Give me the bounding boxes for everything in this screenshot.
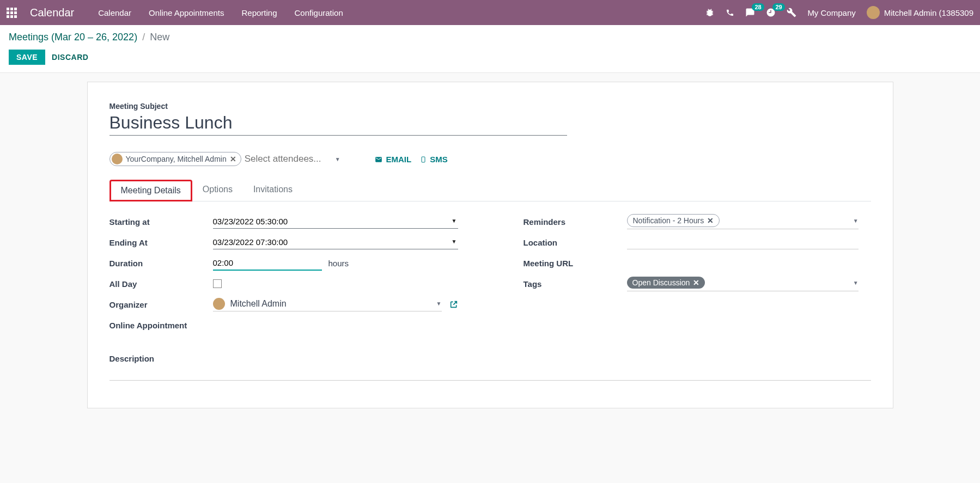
all-day-label: All Day [109, 279, 213, 289]
nav-menu-reporting[interactable]: Reporting [241, 8, 277, 17]
attendees-input[interactable]: YourCompany, Mitchell Admin ✕ ▼ [109, 152, 366, 167]
breadcrumb-parent[interactable]: Meetings (Mar 20 – 26, 2022) [9, 32, 137, 42]
starting-at-label: Starting at [109, 217, 213, 227]
breadcrumb: Meetings (Mar 20 – 26, 2022) / New [9, 32, 971, 43]
action-bar: SAVE DISCARD [9, 50, 971, 70]
breadcrumb-separator: / [142, 32, 145, 42]
avatar-icon [867, 6, 880, 19]
breadcrumb-current: New [150, 32, 169, 42]
svg-rect-0 [422, 157, 425, 162]
tools-icon[interactable] [787, 8, 796, 17]
nav-menu: Calendar Online Appointments Reporting C… [98, 8, 343, 17]
external-link-icon[interactable] [449, 300, 458, 309]
nav-menu-online-appointments[interactable]: Online Appointments [149, 8, 224, 17]
meeting-subject-label: Meeting Subject [109, 102, 871, 111]
remove-reminder-icon[interactable]: ✕ [707, 216, 714, 225]
starting-at-input[interactable] [213, 215, 458, 229]
apps-icon[interactable] [7, 8, 17, 18]
location-input[interactable] [627, 235, 859, 249]
mobile-icon [420, 155, 427, 164]
tab-options[interactable]: Options [192, 180, 243, 201]
control-panel: Meetings (Mar 20 – 26, 2022) / New SAVE … [0, 25, 980, 73]
user-name: Mitchell Admin (1385309 [884, 8, 973, 17]
messages-icon[interactable]: 28 [745, 8, 755, 17]
bug-icon[interactable] [705, 8, 715, 17]
online-appointment-label: Online Appointment [109, 321, 213, 330]
location-label: Location [524, 238, 627, 247]
duration-label: Duration [109, 259, 213, 268]
form-sheet: Meeting Subject YourCompany, Mitchell Ad… [87, 82, 893, 408]
chevron-down-icon[interactable]: ▼ [853, 280, 859, 286]
tab-invitations[interactable]: Invitations [243, 180, 303, 201]
all-day-checkbox[interactable] [213, 279, 222, 288]
organizer-label: Organizer [109, 300, 213, 309]
tab-meeting-details[interactable]: Meeting Details [109, 180, 192, 201]
chevron-down-icon[interactable]: ▼ [436, 301, 442, 307]
reminder-tag: Notification - 2 Hours ✕ [627, 214, 720, 227]
phone-icon[interactable] [726, 8, 734, 17]
discard-button[interactable]: DISCARD [52, 53, 88, 62]
user-menu[interactable]: Mitchell Admin (1385309 [867, 6, 973, 19]
app-title[interactable]: Calendar [30, 7, 74, 19]
hours-unit-label: hours [328, 259, 349, 268]
messages-badge: 28 [752, 3, 764, 11]
remove-tag-icon[interactable]: ✕ [693, 278, 699, 287]
activities-icon[interactable]: 29 [766, 8, 776, 17]
tab-bar: Meeting Details Options Invitations [109, 180, 871, 201]
tags-label: Tags [524, 279, 627, 289]
tag-chip: Open Discussion ✕ [627, 277, 705, 289]
duration-input[interactable] [213, 256, 322, 271]
organizer-value: Mitchell Admin [230, 299, 287, 309]
top-navbar: Calendar Calendar Online Appointments Re… [0, 0, 980, 25]
nav-menu-configuration[interactable]: Configuration [295, 8, 343, 17]
company-selector[interactable]: My Company [807, 8, 855, 17]
attendee-pill: YourCompany, Mitchell Admin ✕ [109, 152, 241, 166]
attendees-placeholder[interactable] [245, 154, 332, 164]
avatar-icon [213, 298, 225, 310]
description-input[interactable] [109, 368, 871, 381]
sms-button[interactable]: SMS [420, 155, 448, 164]
save-button[interactable]: SAVE [9, 50, 45, 65]
reminders-label: Reminders [524, 217, 627, 227]
chevron-down-icon[interactable]: ▼ [335, 156, 340, 162]
description-label: Description [109, 354, 871, 363]
nav-menu-calendar[interactable]: Calendar [98, 8, 131, 17]
organizer-input[interactable]: Mitchell Admin ▼ [213, 298, 442, 311]
ending-at-label: Ending At [109, 238, 213, 247]
attendee-pill-label: YourCompany, Mitchell Admin [126, 155, 227, 163]
email-button[interactable]: EMAIL [374, 155, 412, 164]
chevron-down-icon[interactable]: ▼ [853, 218, 859, 224]
activities-badge: 29 [772, 3, 784, 11]
meeting-url-label: Meeting URL [524, 259, 627, 268]
remove-attendee-icon[interactable]: ✕ [230, 155, 236, 163]
tags-input[interactable]: Open Discussion ✕ ▼ [627, 276, 859, 291]
ending-at-input[interactable] [213, 235, 458, 249]
envelope-icon [374, 156, 383, 163]
avatar-icon [112, 154, 123, 164]
reminders-input[interactable]: Notification - 2 Hours ✕ ▼ [627, 214, 859, 229]
meeting-subject-input[interactable] [109, 113, 567, 136]
